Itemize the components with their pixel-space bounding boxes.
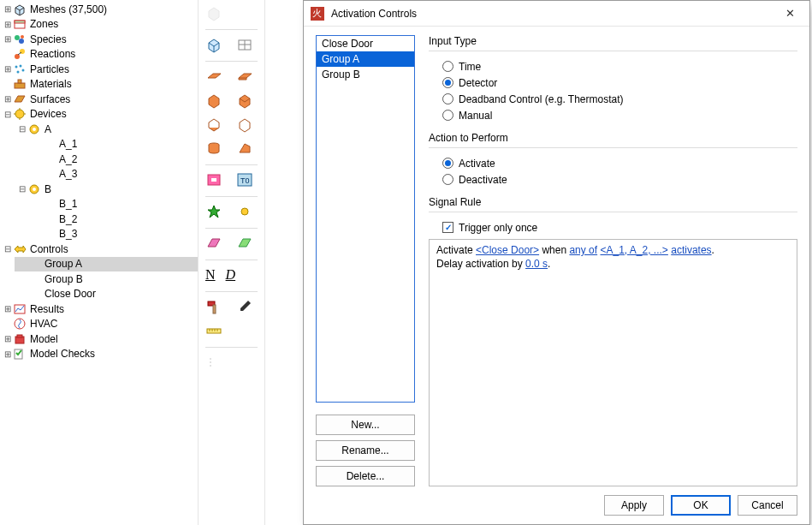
radio-deadband[interactable]: Deadband Control (e.g. Thermostat) [442,91,797,107]
tree-control-close-door[interactable]: Close Door [15,287,198,302]
svg-point-7 [15,65,18,68]
tree-devices[interactable]: ⊟ Devices [0,107,198,122]
collapse-icon[interactable]: ⊟ [16,122,27,136]
tool-plane-pink-icon[interactable] [205,235,222,252]
tree-label: A_1 [59,138,77,150]
tool-eyedropper-icon[interactable] [236,298,253,315]
radio-deactivate[interactable]: Deactivate [442,171,797,188]
list-item[interactable]: Group B [317,67,414,82]
tool-t0-icon[interactable]: T0 [236,171,253,188]
tool-3d-icon[interactable] [205,4,222,21]
tree-controls[interactable]: ⊟ Controls [0,242,198,257]
collapse-icon[interactable]: ⊟ [16,182,27,196]
tree-label: HVAC [30,318,57,330]
tool-ruler-icon[interactable] [205,322,222,339]
tree-hvac[interactable]: HVAC [0,317,198,332]
tree-model[interactable]: ⊞ Model [0,331,198,347]
expand-icon[interactable]: ⊞ [2,2,13,16]
tree-particles[interactable]: ⊞ Particles [0,62,198,77]
tool-box-icon[interactable] [205,92,222,109]
list-item[interactable]: Close Door [317,36,414,51]
rule-text: Delay activation by [436,258,525,270]
rule-link-anyof[interactable]: any of [569,244,597,256]
list-item[interactable]: Group A [317,51,414,67]
delete-button[interactable]: Delete... [316,466,415,486]
new-button[interactable]: New... [316,415,415,435]
close-button[interactable]: ✕ [777,1,803,27]
expand-icon[interactable]: ⊞ [2,301,13,316]
model-tree[interactable]: ⊞ Meshes (37,500) ⊞ Zones ⊞ Species [0,0,199,525]
rule-text: . [712,244,714,256]
trigger-once-checkbox[interactable]: Trigger only once [442,219,797,236]
apply-button[interactable]: Apply [604,495,664,516]
rule-link-target[interactable]: <Close Door> [476,244,539,256]
tool-slab-icon[interactable] [205,68,222,85]
tree-control-group-a[interactable]: Group A [15,257,198,272]
expand-icon[interactable]: ⊞ [2,32,13,46]
controls-icon [13,242,27,256]
tree-device-a2[interactable]: A_2 [29,152,198,167]
radio-detector[interactable]: Detector [442,75,797,91]
tree-zones[interactable]: ⊞ Zones [0,17,198,33]
results-icon [13,302,27,316]
tool-handle-icon[interactable] [205,354,222,371]
expand-icon[interactable]: ⊞ [2,17,13,32]
model-checks-icon [13,347,27,361]
collapse-icon[interactable]: ⊟ [2,242,13,256]
tree-materials[interactable]: Materials [0,77,198,92]
tree-results[interactable]: ⊞ Results [0,301,198,317]
tree-surfaces[interactable]: ⊞ Surfaces [0,92,198,107]
tool-wedge-icon[interactable] [236,140,253,157]
expand-icon[interactable]: ⊞ [2,92,13,106]
tree-device-b2[interactable]: B_2 [29,212,198,227]
tool-device-icon[interactable] [205,203,222,220]
expand-icon[interactable]: ⊞ [2,331,13,346]
expand-icon[interactable]: ⊞ [2,62,13,76]
tree-device-b[interactable]: ⊟ B [15,182,198,197]
tree-control-group-b[interactable]: Group B [15,271,198,287]
tree-device-b1[interactable]: B_1 [29,197,198,212]
svg-point-8 [20,64,22,67]
tool-cylinder-icon[interactable] [205,140,222,157]
tool-room-icon[interactable] [205,116,222,133]
rule-link-delay[interactable]: 0.0 s [525,258,548,270]
cancel-button[interactable]: Cancel [738,495,797,516]
tree-device-a[interactable]: ⊟ A [15,122,198,137]
tree-device-a1[interactable]: A_1 [29,137,198,152]
tool-d-icon[interactable]: D [226,267,236,283]
tree-model-checks[interactable]: ⊞ Model Checks [0,347,198,362]
svg-rect-39 [207,329,221,333]
rename-button[interactable]: Rename... [316,440,415,461]
tree-species[interactable]: ⊞ Species [0,32,198,47]
tool-sprinkler-icon[interactable] [236,203,253,220]
radio-activate[interactable]: Activate [442,155,797,171]
tool-room2-icon[interactable] [236,116,253,133]
tool-box2-icon[interactable] [236,92,253,109]
tree-device-a3[interactable]: A_3 [29,167,198,182]
expand-icon[interactable]: ⊞ [2,347,13,361]
tool-hole-icon[interactable] [205,171,222,188]
collapse-icon[interactable]: ⊟ [2,107,13,122]
tool-hammer-icon[interactable] [205,298,222,315]
tree-reactions[interactable]: Reactions [0,47,198,63]
tool-mesh-icon[interactable] [205,36,222,53]
svg-rect-12 [18,80,21,83]
ok-button[interactable]: OK [671,495,731,516]
tree-meshes[interactable]: ⊞ Meshes (37,500) [0,2,198,17]
tool-slab2-icon[interactable] [236,68,253,85]
tree-label: B_1 [59,198,77,210]
tool-plane-green-icon[interactable] [236,235,253,252]
tool-n-icon[interactable]: N [205,267,216,283]
rule-link-verb[interactable]: activates [671,244,711,256]
tree-device-b3[interactable]: B_3 [29,227,198,242]
radio-manual[interactable]: Manual [442,107,797,123]
tree-label: Close Door [44,288,96,300]
tree-label: Meshes (37,500) [30,3,107,15]
radio-time[interactable]: Time [442,58,797,75]
tool-grid-icon[interactable] [236,36,253,53]
app-icon [311,7,324,21]
titlebar[interactable]: Activation Controls ✕ [304,1,809,27]
tree-label: Model Checks [30,348,95,360]
rule-link-devices[interactable]: <A_1, A_2, ...> [600,244,667,256]
controls-listbox[interactable]: Close Door Group A Group B [316,35,415,403]
